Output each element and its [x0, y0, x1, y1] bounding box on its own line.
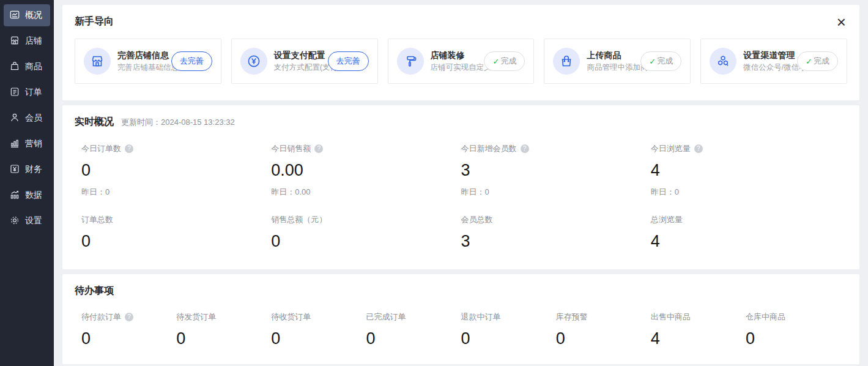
stat-today-new-members: 今日新增会员数? 3 昨日：0 [461, 143, 651, 198]
stat-today-views: 今日浏览量? 4 昨日：0 [651, 143, 840, 198]
sidebar-item-label: 商品 [25, 61, 42, 72]
stat-value: 0 [461, 329, 556, 348]
sidebar-item-members[interactable]: 会员 [4, 107, 50, 129]
stat-label: 待发货订单 [176, 312, 216, 323]
todo-refunding-orders: 退款中订单 0 [461, 312, 556, 348]
sidebar-item-settings[interactable]: 设置 [4, 210, 50, 232]
guide-item-subtitle: 商品管理中添加商 [587, 63, 648, 72]
stat-today-orders: 今日订单数? 0 昨日：0 [81, 143, 271, 198]
stat-value: 4 [651, 329, 746, 348]
done-button[interactable]: ✓完成 [484, 51, 525, 71]
help-icon[interactable]: ? [694, 144, 703, 153]
stat-yesterday: 昨日：0 [651, 187, 840, 198]
stat-total-sales: 销售总额（元） 0 [271, 214, 461, 251]
sidebar-item-data[interactable]: 数据 [4, 184, 50, 206]
done-button[interactable]: ✓完成 [640, 51, 681, 71]
stat-label: 今日订单数 [81, 143, 121, 154]
stat-value: 0 [271, 232, 461, 251]
check-icon: ✓ [806, 57, 812, 66]
today-stats-row: 今日订单数? 0 昨日：0 今日销售额? 0.00 昨日：0.00 今日新增会员… [75, 143, 847, 198]
stat-value: 0 [81, 329, 176, 348]
stat-label: 销售总额（元） [271, 214, 327, 225]
stat-label: 订单总数 [81, 214, 113, 225]
todo-pending-payment: 待付款订单? 0 [81, 312, 176, 348]
sidebar-item-label: 概况 [25, 10, 42, 21]
guide-item-title: 设置支付配置 [274, 50, 325, 60]
stat-value: 0 [746, 329, 840, 348]
overview-chart-icon [9, 9, 20, 22]
stat-value: 0 [176, 329, 271, 348]
stat-value: 3 [461, 161, 651, 180]
check-icon: ✓ [649, 57, 656, 66]
todo-title: 待办事项 [75, 285, 847, 297]
go-complete-button[interactable]: 去完善 [328, 51, 369, 71]
stat-value: 3 [461, 232, 651, 251]
guide-item-title: 上传商品 [587, 50, 621, 60]
guide-item-title: 店铺装修 [431, 50, 465, 60]
storefront-icon [84, 48, 111, 75]
check-icon: ✓ [492, 57, 499, 66]
todo-pending-shipment: 待发货订单 0 [176, 312, 271, 348]
stat-value: 0 [271, 329, 366, 348]
guide-item-title: 设置渠道管理 [743, 50, 795, 60]
stat-label: 待收货订单 [271, 312, 311, 323]
sidebar-item-label: 营销 [25, 138, 42, 149]
shop-icon [9, 35, 20, 48]
sidebar-item-orders[interactable]: 订单 [4, 81, 50, 103]
sidebar-item-marketing[interactable]: 营销 [4, 133, 50, 155]
sidebar-item-overview[interactable]: 概况 [4, 4, 50, 26]
done-label: 完成 [500, 56, 516, 67]
sidebar-item-label: 订单 [25, 87, 42, 98]
stat-label: 今日新增会员数 [461, 143, 517, 154]
finance-yen-icon [9, 163, 20, 176]
stat-yesterday: 昨日：0.00 [271, 187, 461, 198]
stat-total-members: 会员总数 3 [461, 214, 651, 251]
todo-completed-orders: 已完成订单 0 [366, 312, 461, 348]
sidebar-item-label: 数据 [25, 190, 42, 201]
stat-today-sales: 今日销售额? 0.00 昨日：0.00 [271, 143, 461, 198]
sidebar-item-label: 会员 [25, 113, 42, 124]
guide-item-channel-management: 设置渠道管理 微信公众号/微信小 ✓完成 [700, 39, 847, 84]
todo-warehouse-goods: 仓库中商品 0 [746, 312, 840, 348]
todo-stock-warning: 库存预警 0 [556, 312, 651, 348]
stat-label: 今日浏览量 [651, 143, 691, 154]
stat-label: 今日销售额 [271, 143, 311, 154]
stat-label: 已完成订单 [366, 312, 406, 323]
stat-value: 4 [651, 232, 840, 251]
newbie-guide-card: 新手导向 × 完善店铺信息 完善店铺基础信息 去完善 设置支付配置 支付方式配置… [62, 5, 859, 100]
close-icon[interactable]: × [836, 16, 847, 28]
stat-label: 仓库中商品 [746, 312, 785, 323]
orders-clipboard-icon [9, 86, 20, 99]
sidebar-item-goods[interactable]: 商品 [4, 56, 50, 78]
settings-gear-icon [9, 215, 20, 228]
todo-on-sale-goods: 出售中商品 4 [651, 312, 746, 348]
todo-pending-receipt: 待收货订单 0 [271, 312, 366, 348]
done-label: 完成 [814, 56, 829, 67]
realtime-overview-title: 实时概况 [75, 116, 114, 129]
goods-bag-icon [9, 61, 20, 73]
guide-item-payment-config: 设置支付配置 支付方式配置(支付 去完善 [231, 39, 378, 84]
sidebar-item-label: 财务 [25, 164, 42, 175]
help-icon[interactable]: ? [125, 313, 133, 321]
sidebar-item-finance[interactable]: 财务 [4, 159, 50, 181]
guide-row: 完善店铺信息 完善店铺基础信息 去完善 设置支付配置 支付方式配置(支付 去完善… [75, 39, 847, 84]
help-icon[interactable]: ? [521, 144, 529, 153]
stat-label: 退款中订单 [461, 312, 501, 323]
todo-card: 待办事项 待付款订单? 0 待发货订单 0 待收货订单 0 已完成订单 0 退款… [62, 274, 859, 364]
data-trend-icon [9, 189, 20, 202]
guide-item-subtitle: 店铺可实现自定义 [431, 63, 492, 72]
stat-total-views: 总浏览量 4 [651, 214, 840, 251]
marketing-bars-icon [9, 138, 20, 151]
done-button[interactable]: ✓完成 [797, 51, 838, 71]
go-complete-button[interactable]: 去完善 [171, 51, 212, 71]
help-icon[interactable]: ? [314, 144, 323, 153]
stat-label: 待付款订单 [81, 312, 121, 323]
stat-label: 库存预警 [556, 312, 588, 323]
guide-item-shop-decoration: 店铺装修 店铺可实现自定义 ✓完成 [388, 39, 535, 84]
sidebar-item-shop[interactable]: 店铺 [4, 30, 50, 52]
help-icon[interactable]: ? [125, 144, 133, 153]
stat-value: 4 [651, 161, 840, 180]
stat-label: 出售中商品 [651, 312, 691, 323]
stat-value: 0.00 [271, 161, 461, 180]
stat-value: 0 [81, 161, 271, 180]
